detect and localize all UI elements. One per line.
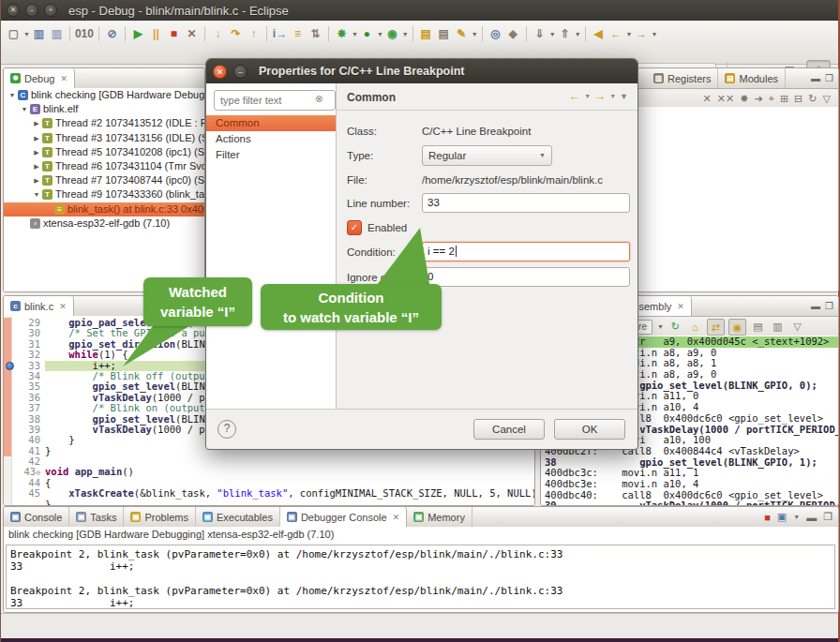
dialog-nav-item-filter[interactable]: Filter — [206, 147, 336, 163]
tree-expander-icon[interactable]: ▶ — [32, 145, 41, 159]
tree-expander-icon[interactable]: ▼ — [20, 102, 29, 116]
prev-annotation-icon[interactable]: ⇑ — [557, 25, 573, 42]
tab-blink-c[interactable]: c blink.c ✕ — [4, 296, 74, 316]
skip-breakpoints-icon[interactable]: ⊘ — [104, 25, 120, 42]
refresh-icon[interactable]: ↻ — [668, 321, 683, 333]
tree-expander-icon[interactable]: ▶ — [32, 159, 41, 173]
instruction-stepping-icon[interactable]: i→ — [272, 25, 288, 42]
sync-icon[interactable]: ⇄ — [707, 319, 725, 336]
help-button[interactable]: ? — [218, 420, 236, 439]
close-icon[interactable]: ✕ — [60, 74, 68, 83]
line-number-input[interactable]: 33 — [422, 193, 630, 213]
step-into-icon[interactable]: ↓ — [210, 25, 226, 42]
ignore-count-input[interactable]: 0 — [422, 267, 630, 287]
tree-item[interactable]: ▶TThread #7 1073408744 (ipc0) (Suspended… — [4, 173, 204, 187]
terminate-icon[interactable]: ■ — [764, 512, 771, 523]
terminate-icon[interactable]: ■ — [166, 25, 182, 42]
chevron-down-icon[interactable]: ▼ — [652, 31, 658, 37]
tab-registers[interactable]: ▥ Registers — [647, 68, 718, 88]
tree-expander-icon[interactable]: ▶ — [32, 116, 41, 130]
pin-icon[interactable]: ▥ — [770, 321, 786, 333]
registers-toolbar-icon[interactable]: ↻ — [808, 93, 817, 105]
view-menu-icon[interactable]: ▽ — [789, 321, 805, 333]
close-icon[interactable]: ✕ — [677, 302, 684, 311]
breakpoint-icon[interactable] — [6, 362, 14, 370]
console-output-box[interactable]: Breakpoint 2, blink_task (pvParameter=0x… — [6, 545, 835, 609]
maximize-icon[interactable]: ❐ — [825, 73, 833, 83]
tree-item[interactable]: ▼TThread #9 1073433360 (blink_task : — [4, 187, 204, 202]
next-annotation-icon[interactable]: ⇓ — [532, 25, 548, 42]
tree-expander-icon[interactable]: ▼ — [8, 88, 17, 102]
line-number[interactable]: 32 — [12, 350, 45, 360]
registers-toolbar-icon[interactable]: ✸ — [740, 93, 748, 105]
chevron-down-icon[interactable]: ▼ — [352, 31, 358, 37]
external-tools-icon[interactable]: ◉ — [384, 25, 400, 42]
suspend-icon[interactable]: || — [148, 25, 164, 42]
last-edit-icon[interactable]: ◀ — [591, 25, 607, 42]
chevron-down-icon[interactable]: ▼ — [793, 514, 800, 520]
type-dropdown[interactable]: Regular ▼ — [422, 145, 552, 166]
tree-item[interactable]: ▼Eblink.elf — [4, 102, 204, 116]
drop-to-frame-icon[interactable]: ≡ — [290, 25, 306, 42]
import-icon[interactable]: ▤ — [436, 25, 452, 42]
tab-modules[interactable]: ▤ Modules — [718, 68, 786, 88]
registers-toolbar-icon[interactable]: ✕ — [703, 93, 712, 105]
new-wizard-icon[interactable]: ▢ — [6, 25, 22, 42]
dialog-minimize-button[interactable]: – — [233, 65, 248, 79]
chevron-down-icon[interactable]: ▼ — [657, 323, 664, 330]
line-number[interactable] — [12, 500, 45, 506]
registers-toolbar-icon[interactable]: ⌖ — [769, 93, 774, 105]
tab-memory[interactable]: ▣Memory — [407, 507, 472, 527]
back-icon[interactable]: ← — [608, 25, 624, 42]
tree-item[interactable]: ›xtensa-esp32-elf-gdb (7.10) — [4, 216, 204, 231]
registers-toolbar-icon[interactable]: ⊞ — [780, 93, 788, 105]
search-icon[interactable]: ◎ — [488, 25, 503, 42]
line-number[interactable]: 40 — [12, 435, 45, 445]
tab-executables[interactable]: ▣Executables — [196, 507, 280, 527]
close-icon[interactable]: ✕ — [59, 302, 67, 311]
mark-occurrences-icon[interactable]: ✎ — [454, 25, 470, 42]
tree-item[interactable]: ▶TThread #5 1073410208 (ipc1) (Suspended… — [4, 145, 204, 159]
forward-arrow-icon[interactable]: → — [593, 89, 606, 103]
cancel-button[interactable]: Cancel — [473, 419, 545, 440]
view-menu-icon[interactable]: ▼ — [620, 92, 628, 101]
debug-icon[interactable]: ✸ — [334, 25, 350, 42]
chevron-down-icon[interactable]: ▼ — [472, 31, 478, 37]
window-close-button[interactable]: ✕ — [7, 4, 20, 17]
tab-debug[interactable]: ✸ Debug ✕ — [4, 68, 75, 88]
minimize-icon[interactable]: ▬ — [811, 73, 820, 83]
disconnect-icon[interactable]: ✕ — [184, 25, 200, 42]
tree-expander-icon[interactable]: ▶ — [32, 131, 41, 145]
home-icon[interactable]: ⌂ — [687, 321, 703, 333]
chevron-down-icon[interactable]: ▼ — [402, 31, 409, 37]
forward-icon[interactable]: → — [634, 25, 650, 42]
tree-expander-icon[interactable]: ▼ — [32, 187, 41, 202]
minimize-icon[interactable]: ▬ — [806, 512, 817, 523]
tab-tasks[interactable]: ▣Tasks — [69, 507, 124, 527]
dialog-nav-item-common[interactable]: Common — [206, 115, 336, 131]
chevron-down-icon[interactable]: ▼ — [584, 93, 591, 99]
enabled-checkbox[interactable]: ✓ — [347, 220, 362, 235]
binary-icon[interactable]: 010 — [75, 25, 94, 42]
line-number[interactable]: 45 — [12, 488, 45, 499]
resume-icon[interactable]: ▶ — [130, 25, 146, 42]
tree-item[interactable]: ▶TThread #3 1073413156 (IDLE) (Suspended… — [4, 131, 204, 145]
track-expression-icon[interactable]: ◉ — [728, 319, 746, 336]
tab-problems[interactable]: ▣Problems — [124, 507, 195, 527]
run-icon[interactable]: ● — [359, 25, 375, 42]
display-console-icon[interactable]: ▣ — [777, 511, 787, 523]
tree-item[interactable]: ▶TThread #2 1073413512 (IDLE : Running) — [4, 116, 204, 130]
maximize-icon[interactable]: ❐ — [825, 301, 833, 311]
condition-input[interactable]: i == 2 — [422, 242, 630, 261]
close-icon[interactable]: ✕ — [393, 513, 400, 522]
window-minimize-button[interactable]: – — [25, 4, 38, 17]
chevron-down-icon[interactable]: ▼ — [377, 31, 383, 37]
new-view-icon[interactable]: ▤ — [750, 321, 766, 333]
step-over-icon[interactable]: ↷ — [228, 25, 244, 42]
chevron-down-icon[interactable]: ▼ — [626, 31, 633, 37]
save-icon[interactable]: ▥ — [31, 25, 47, 42]
line-number[interactable]: 37 — [12, 403, 45, 413]
clear-filter-icon[interactable]: ⊗ — [315, 94, 322, 104]
chevron-down-icon[interactable]: ▼ — [575, 31, 581, 37]
maximize-icon[interactable]: ❐ — [823, 511, 832, 523]
